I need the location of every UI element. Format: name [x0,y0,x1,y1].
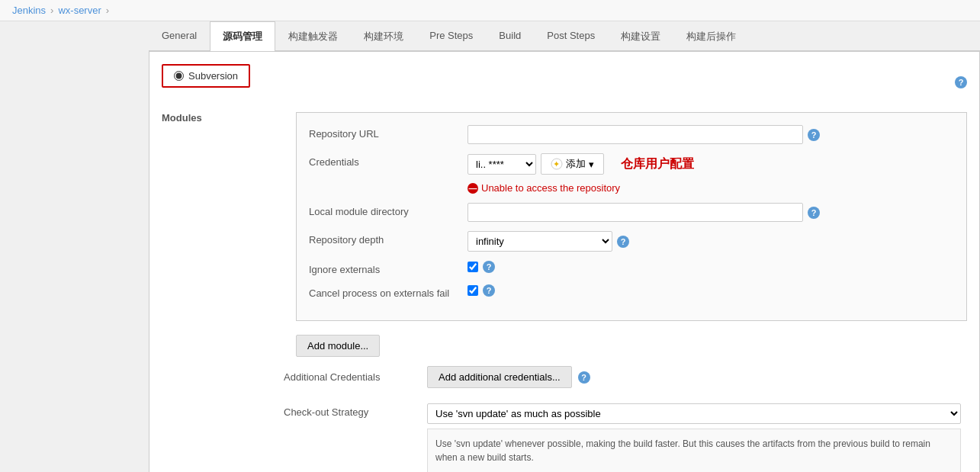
scm-panel: Subversion ? Modules Repository URL svn:… [149,51,980,472]
breadcrumb-server[interactable]: wx-server [58,5,101,16]
error-message: — Unable to access the repository [468,182,620,194]
ignore-externals-checkbox[interactable] [468,262,478,272]
tab-triggers[interactable]: 构建触发器 [275,21,351,51]
breadcrumb-arrow2: › [106,5,109,16]
tab-general[interactable]: General [149,21,210,51]
credentials-label: Credentials [309,153,461,168]
credentials-area: li.. **** ✦ 添加 ▾ [468,153,954,194]
svg-text:✦: ✦ [553,159,560,169]
additional-credentials-label: Additional Credentials [284,371,421,383]
add-button-label: 添加 [566,157,586,171]
repository-depth-select[interactable]: infinity empty files immediates unknown [468,231,612,252]
ignore-externals-label: Ignore externals [309,261,461,275]
ignore-externals-help-icon[interactable]: ? [483,261,495,273]
repo-depth-help-icon[interactable]: ? [617,236,629,248]
cancel-process-help-icon[interactable]: ? [483,284,495,297]
additional-creds-help-icon[interactable]: ? [578,371,590,384]
local-module-row: Local module directory . ? [309,203,954,222]
local-module-input[interactable]: . [468,203,803,222]
repo-depth-area: infinity empty files immediates unknown … [468,231,954,252]
panel-inner: Modules Repository URL svn:// ip /3/trun… [162,112,967,357]
repo-url-help-icon[interactable]: ? [808,129,820,141]
scm-subversion-option[interactable]: Subversion [162,64,250,88]
checkout-strategy-controls: Use 'svn update' as much as possible Alw… [427,403,961,472]
tab-build[interactable]: Build [486,21,534,51]
tabs-bar: General 源码管理 构建触发器 构建环境 Pre Steps Build … [149,21,980,51]
checkout-strategy-label: Check-out Strategy [284,403,421,418]
ignore-externals-area: ? [468,261,954,273]
error-text: Unable to access the repository [481,182,620,194]
credentials-row: Credentials li.. **** ✦ [309,153,954,194]
credentials-select[interactable]: li.. **** [468,154,536,175]
add-module-button[interactable]: Add module... [296,335,380,357]
tab-post-build[interactable]: 构建后操作 [673,21,749,51]
modules-right: Repository URL svn:// ip /3/trunk/wx-ser… [296,112,967,357]
scm-help-icon[interactable]: ? [955,76,967,88]
add-additional-credentials-button[interactable]: Add additional credentials... [427,366,572,388]
scm-label: Subversion [188,70,238,82]
cancel-process-checkbox[interactable] [468,285,478,296]
local-module-area: . ? [468,203,954,222]
add-colored-icon: ✦ [551,158,563,170]
annotation-label: 仓库用户配置 [621,156,694,172]
tab-post-steps[interactable]: Post Steps [534,21,608,51]
repo-depth-row: Repository depth infinity empty files im… [309,231,954,252]
local-module-label: Local module directory [309,203,461,217]
credentials-add-button[interactable]: ✦ 添加 ▾ [541,153,604,175]
main-content: General 源码管理 构建触发器 构建环境 Pre Steps Build … [0,21,980,472]
repository-url-row: Repository URL svn:// ip /3/trunk/wx-ser… [309,125,954,144]
tab-scm[interactable]: 源码管理 [210,21,275,51]
repository-url-area: svn:// ip /3/trunk/wx-server ? [468,125,954,144]
ignore-externals-row: Ignore externals ? [309,261,954,275]
breadcrumb-arrow1: › [50,5,53,16]
tab-build-env[interactable]: 构建环境 [351,21,416,51]
repo-depth-label: Repository depth [309,231,461,246]
scm-radio[interactable] [174,71,184,81]
cancel-process-label: Cancel process on externals fail [309,284,461,299]
breadcrumb: Jenkins › wx-server › [0,0,980,21]
breadcrumb-jenkins[interactable]: Jenkins [12,5,46,16]
checkout-strategy-row: Check-out Strategy Use 'svn update' as m… [284,397,967,472]
modules-label: Modules [162,112,284,124]
tab-pre-steps[interactable]: Pre Steps [416,21,486,51]
module-box: Repository URL svn:// ip /3/trunk/wx-ser… [296,112,967,321]
cancel-process-area: ? [468,284,954,297]
repository-url-input[interactable]: svn:// ip /3/trunk/wx-server [468,125,803,144]
additional-credentials-row: Additional Credentials Add additional cr… [284,357,967,397]
tab-build-settings[interactable]: 构建设置 [608,21,673,51]
checkout-strategy-description: Use 'svn update' whenever possible, maki… [427,429,961,472]
checkout-strategy-select[interactable]: Use 'svn update' as much as possible Alw… [427,403,961,424]
repository-url-label: Repository URL [309,125,461,140]
modules-left: Modules [162,112,284,357]
error-circle-icon: — [468,183,478,194]
checkout-strategy-section: Check-out Strategy Use 'svn update' as m… [284,397,967,472]
cancel-process-row: Cancel process on externals fail ? [309,284,954,299]
local-module-help-icon[interactable]: ? [808,207,820,219]
add-dropdown-arrow: ▾ [589,159,594,170]
